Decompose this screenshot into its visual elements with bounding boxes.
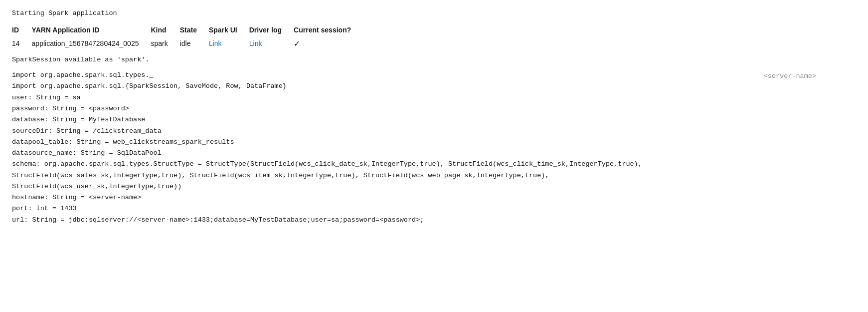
cell-spark-ui[interactable]: Link [209,37,249,50]
code-line-9: schema: org.apache.spark.sql.types.Struc… [12,159,856,170]
code-line-1: import org.apache.spark.sql.types._ [12,70,764,81]
cell-kind: spark [151,37,179,50]
code-line-7: datapool_table: String = web_clickstream… [12,137,856,148]
code-line-10: StructField(wcs_sales_sk,IntegerType,tru… [12,170,856,181]
session-table: ID YARN Application ID Kind State Spark … [12,23,856,50]
code-line-4: password: String = <password> [12,103,856,114]
code-line-2: import org.apache.spark.sql.{SparkSessio… [12,81,764,92]
col-header-spark-ui: Spark UI [209,23,249,37]
col-header-id: ID [12,23,32,37]
code-line-5: database: String = MyTestDatabase [12,114,856,125]
server-name-float: <server-name> [764,71,856,82]
cell-yarn-app-id: application_1567847280424_0025 [32,37,151,50]
code-line-8: datasource_name: String = SqlDataPool [12,148,856,159]
session-available-line: SparkSession available as 'spark'. [12,56,149,63]
cell-driver-log[interactable]: Link [249,37,294,50]
cell-state: idle [180,37,209,50]
code-output: import org.apache.spark.sql.types._ impo… [12,70,856,226]
code-line-11: StructField(wcs_user_sk,IntegerType,true… [12,181,856,192]
col-header-state: State [180,23,209,37]
starting-line: Starting Spark application [12,8,856,19]
table-row: 14 application_1567847280424_0025 spark … [12,37,363,50]
col-header-driver-log: Driver log [249,23,294,37]
code-line-13: port: Int = 1433 [12,203,856,214]
code-line-3: user: String = sa [12,92,856,103]
cell-id: 14 [12,37,32,50]
code-line-12: hostname: String = <server-name> [12,192,856,203]
code-line-6: sourceDir: String = /clickstream_data [12,126,856,137]
cell-current-session: ✓ [294,37,363,50]
col-header-kind: Kind [151,23,179,37]
col-header-yarn-app-id: YARN Application ID [32,23,151,37]
code-line-14: url: String = jdbc:sqlserver://<server-n… [12,215,856,226]
col-header-current-session: Current session? [294,23,363,37]
